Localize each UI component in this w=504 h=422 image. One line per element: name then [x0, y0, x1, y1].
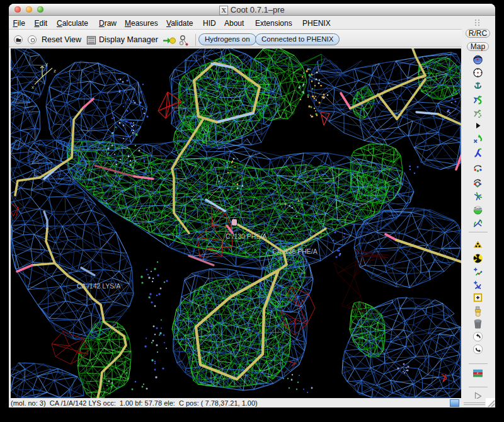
svg-text:y: y — [45, 61, 48, 67]
svg-text:x: x — [32, 84, 34, 90]
svg-text:CA /136 PHE/A: CA /136 PHE/A — [272, 248, 318, 255]
svg-text:Side: Side — [474, 207, 482, 210]
svg-text:C /130 PHE/A: C /130 PHE/A — [226, 232, 266, 240]
svg-text:z: z — [54, 68, 56, 74]
svg-text:CA /142 LYS/A: CA /142 LYS/A — [77, 282, 120, 290]
